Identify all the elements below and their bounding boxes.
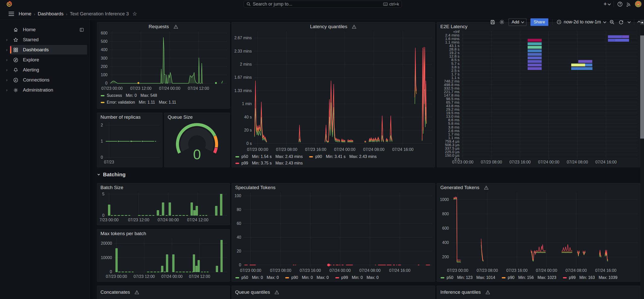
bar[interactable] bbox=[162, 203, 164, 216]
bar[interactable] bbox=[215, 206, 217, 215]
panel-title-batch-size[interactable]: Batch Size bbox=[97, 183, 230, 192]
requests-chart[interactable]: 010020030040050060007/23 00:0007/23 12:0… bbox=[99, 31, 227, 107]
bar[interactable] bbox=[216, 266, 218, 272]
legend-item-p50[interactable]: p50Min: 1.54 sMax: 2.43 mins bbox=[235, 154, 303, 159]
collapse-topbar-icon[interactable] bbox=[638, 21, 640, 23]
user-avatar[interactable] bbox=[635, 1, 641, 7]
heatmap-cell[interactable] bbox=[528, 67, 542, 70]
heatmap-cell[interactable] bbox=[615, 39, 629, 41]
panel-title-concatenates[interactable]: Concatenates bbox=[97, 288, 230, 296]
panel-title-requests[interactable]: Requests bbox=[97, 22, 230, 31]
heatmap-cell[interactable] bbox=[608, 39, 615, 41]
chevron-right-icon[interactable]: › bbox=[4, 78, 10, 82]
dashboard-scrollbar[interactable] bbox=[640, 20, 644, 299]
grafana-logo[interactable] bbox=[6, 1, 12, 7]
heatmap-cell[interactable] bbox=[622, 35, 629, 38]
panel-title-speculated-tokens[interactable]: Speculated Tokens bbox=[232, 183, 435, 192]
sidebar-item-starred[interactable]: ›Starred bbox=[0, 35, 87, 45]
scrollbar-thumb[interactable] bbox=[640, 35, 644, 139]
bar[interactable] bbox=[198, 260, 200, 272]
series-point[interactable] bbox=[327, 264, 330, 266]
panel-title-generated-tokens[interactable]: Generated Tokens bbox=[437, 183, 640, 192]
panel-title-number-of-replicas[interactable]: Number of replicas bbox=[97, 113, 162, 121]
heatmap-cell[interactable] bbox=[528, 42, 542, 45]
share-button[interactable]: Share bbox=[530, 18, 548, 26]
legend-item-p90[interactable]: p90Min: 0Max: 0 bbox=[285, 275, 329, 280]
favorite-star-icon[interactable]: ☆ bbox=[132, 11, 137, 17]
bar[interactable] bbox=[157, 210, 159, 215]
breadcrumb-dashboards[interactable]: Dashboards bbox=[38, 11, 63, 17]
legend-item-p90[interactable]: p90Min: 3.41 sMax: 2.43 mins bbox=[309, 154, 376, 159]
bar[interactable] bbox=[116, 248, 118, 272]
heatmap-cell[interactable] bbox=[528, 39, 542, 41]
heatmap-cell[interactable] bbox=[578, 60, 592, 63]
bar[interactable] bbox=[191, 203, 193, 216]
series-point[interactable] bbox=[142, 141, 142, 142]
series-point[interactable] bbox=[118, 141, 119, 142]
refresh-interval-dropdown[interactable] bbox=[628, 21, 630, 23]
heatmap-cell[interactable] bbox=[571, 67, 592, 70]
speculated-tokens-chart[interactable]: 02040608010007/23 00:0007/23 08:0007/23 … bbox=[234, 192, 432, 280]
panel-title-inference-quantiles[interactable]: Inference quantiles bbox=[437, 288, 640, 296]
add-panel-button[interactable]: Add bbox=[509, 18, 526, 26]
sidebar-item-administration[interactable]: ›Administration bbox=[0, 85, 87, 95]
breadcrumb-home[interactable]: Home bbox=[19, 11, 31, 17]
max-tokens-chart[interactable]: 0100002000007/23 00:0007/23 12:0007/24 0… bbox=[99, 238, 227, 280]
bar[interactable] bbox=[195, 266, 197, 272]
bar[interactable] bbox=[108, 205, 110, 215]
sidebar-item-explore[interactable]: ›Explore bbox=[0, 55, 87, 65]
panel-title-latency-quantiles[interactable]: Latency quantiles bbox=[232, 22, 435, 31]
heatmap-cell[interactable] bbox=[528, 64, 542, 66]
bar[interactable] bbox=[161, 266, 163, 272]
legend-item-error-validation[interactable]: Error: validationMin: 1.11Max: 1.11 bbox=[101, 100, 226, 105]
help-icon[interactable] bbox=[617, 2, 623, 7]
panel-title-queue-quantiles[interactable]: Queue quantiles bbox=[232, 288, 435, 296]
section-batching[interactable]: Batching bbox=[97, 172, 126, 178]
chevron-right-icon[interactable]: › bbox=[4, 48, 10, 52]
new-menu-button[interactable]: + bbox=[603, 1, 610, 7]
save-dashboard-icon[interactable] bbox=[490, 20, 495, 25]
series-point[interactable] bbox=[130, 141, 131, 142]
latency-quantiles-chart[interactable]: 0 s20 s40 s1 min1.33 mins1.67 mins2 mins… bbox=[234, 31, 432, 165]
bar[interactable] bbox=[166, 254, 168, 272]
panel-title-max-tokens[interactable]: Max tokens per batch bbox=[97, 229, 230, 238]
bar[interactable] bbox=[193, 210, 195, 215]
heatmap-cell[interactable] bbox=[528, 53, 542, 56]
bar[interactable] bbox=[172, 254, 174, 272]
bar[interactable] bbox=[196, 206, 198, 215]
chevron-right-icon[interactable]: › bbox=[4, 68, 10, 72]
dashboard-settings-icon[interactable] bbox=[499, 19, 505, 25]
legend-item-p99[interactable]: p99Min: 163Max: 1039 bbox=[563, 275, 618, 280]
news-icon[interactable] bbox=[626, 2, 631, 7]
global-search-input[interactable]: Search or jump to... ctrl+k bbox=[244, 1, 402, 8]
legend-item-p50[interactable]: p50Min: 123Max: 1014 bbox=[441, 275, 495, 280]
heatmap-cell[interactable] bbox=[585, 64, 592, 66]
zoom-out-icon[interactable] bbox=[610, 20, 615, 25]
chevron-right-icon[interactable]: › bbox=[4, 38, 10, 42]
refresh-icon[interactable] bbox=[619, 20, 624, 25]
batch-size-chart[interactable]: 057/23 00:0007/23 12:0007/24 00:0007/24 … bbox=[99, 192, 227, 223]
sidebar-item-dashboards[interactable]: ›Dashboards bbox=[0, 45, 87, 55]
legend-item-p90[interactable]: p90Min: 156Max: 1023 bbox=[502, 275, 556, 280]
sidebar-item-alerting[interactable]: ›Alerting bbox=[0, 65, 87, 75]
bar[interactable] bbox=[221, 240, 223, 272]
heatmap-cell[interactable] bbox=[528, 57, 542, 59]
sidebar-item-home[interactable]: Home bbox=[0, 25, 87, 34]
dock-menu-icon[interactable] bbox=[79, 27, 84, 32]
panel-title-queue-size[interactable]: Queue Size bbox=[164, 113, 230, 121]
legend-item-p99[interactable]: p99Min: 3.75 sMax: 2.43 mins bbox=[235, 161, 303, 165]
replicas-chart[interactable]: 01207/23 bbox=[99, 122, 160, 165]
generated-tokens-chart[interactable]: 200400600800100007/23 00:0007/23 08:0007… bbox=[439, 192, 637, 280]
series-point[interactable] bbox=[137, 82, 139, 84]
series-point[interactable] bbox=[131, 141, 132, 142]
time-range-picker[interactable]: now-2d to now-1m bbox=[557, 19, 605, 25]
chevron-right-icon[interactable]: › bbox=[4, 88, 10, 92]
sidebar-item-connections[interactable]: ›Connections bbox=[0, 75, 87, 85]
legend-item-p99[interactable]: p99Min: 0Max: 0 bbox=[335, 275, 379, 280]
heatmap-cell[interactable] bbox=[528, 46, 542, 49]
bar[interactable] bbox=[169, 203, 171, 216]
bar[interactable] bbox=[220, 194, 222, 216]
scroll-up-button[interactable] bbox=[640, 20, 644, 25]
menu-toggle-icon[interactable] bbox=[9, 12, 14, 16]
chevron-right-icon[interactable]: › bbox=[4, 58, 10, 62]
